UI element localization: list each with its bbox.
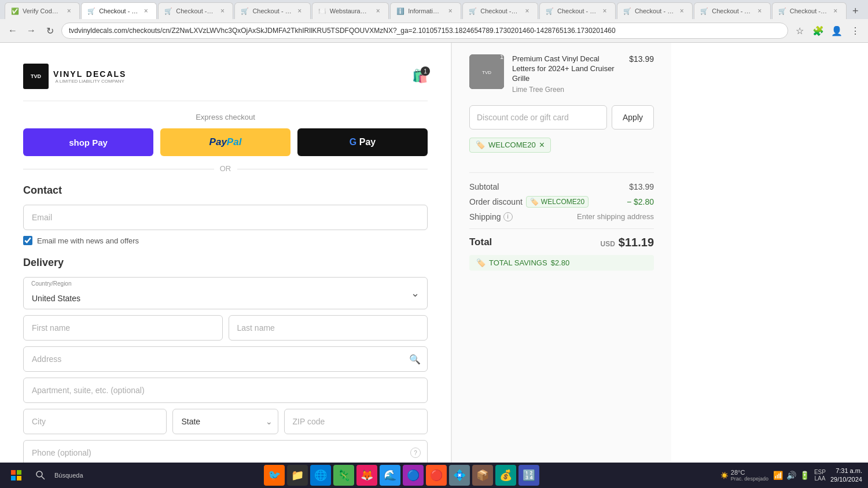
country-select[interactable]: United States [23, 277, 428, 309]
tab-8[interactable]: 🛒 Checkout - leg × [539, 2, 616, 19]
shipping-info-icon[interactable]: i [503, 212, 513, 221]
tab-9-favicon: 🛒 [623, 8, 631, 15]
coupon-tag: 🏷️ WELCOME20 × [469, 138, 551, 153]
search-taskbar-label: Búsqueda [54, 472, 83, 479]
address-bar[interactable] [61, 23, 788, 39]
google-pay-button[interactable]: G Pay [297, 128, 428, 156]
clock-time: 7:31 a.m. [830, 467, 862, 475]
sound-icon[interactable]: 🔊 [786, 471, 796, 480]
tab-1[interactable]: ✅ Verify Codes - × [5, 2, 80, 19]
shop-pay-button[interactable]: shop Pay [23, 128, 153, 156]
battery-icon[interactable]: 🔋 [800, 471, 810, 480]
tab-8-close[interactable]: × [600, 6, 609, 16]
taskbar-app-11[interactable]: 💰 [495, 465, 516, 486]
email-opt-in-checkbox[interactable] [23, 236, 32, 245]
tab-7-title: Checkout - Su [480, 8, 519, 14]
tab-3-title: Checkout - Au [176, 8, 214, 14]
taskbar-app-2[interactable]: 📁 [287, 465, 308, 486]
zip-field[interactable] [284, 409, 428, 434]
phone-field[interactable] [23, 440, 428, 465]
tab-5[interactable]: 🍽️ WebstaurantSt × [312, 2, 389, 19]
tab-3-close[interactable]: × [218, 6, 227, 16]
last-name-field[interactable] [229, 315, 428, 341]
tab-2[interactable]: 🛒 Checkout - TV × [81, 2, 157, 19]
tab-7[interactable]: 🛒 Checkout - Su × [462, 2, 538, 19]
taskbar-app-8[interactable]: 🔴 [426, 465, 447, 486]
tab-4[interactable]: 🛒 Checkout - JO × [234, 2, 310, 19]
discount-apply-button[interactable]: Apply [612, 105, 654, 130]
taskbar-app-7[interactable]: 🔵 [403, 465, 424, 486]
taskbar-app-9[interactable]: 💠 [449, 465, 470, 486]
taskbar-app-6[interactable]: 🌊 [380, 465, 400, 486]
tab-10[interactable]: 🛒 Checkout - AO × [694, 2, 771, 19]
taskbar: Búsqueda 🐦 📁 🌐 🦎 🦊 🌊 🔵 🔴 💠 📦 💰 🔢 ☀️ 28°C… [0, 463, 868, 488]
back-button[interactable]: ← [5, 23, 21, 39]
extensions-button[interactable]: 🧩 [810, 23, 826, 39]
country-group: Country/Region United States ⌄ [23, 277, 428, 309]
state-select[interactable]: State [172, 409, 278, 434]
tab-2-close[interactable]: × [141, 6, 150, 16]
email-field[interactable] [23, 205, 428, 230]
tab-1-close[interactable]: × [64, 6, 73, 16]
tab-1-title: Verify Codes - [23, 8, 61, 14]
taskbar-app-5[interactable]: 🦊 [356, 465, 377, 486]
tab-5-close[interactable]: × [373, 6, 382, 16]
tab-11-title: Checkout - Ur [790, 8, 827, 14]
taskbar-app-10[interactable]: 📦 [472, 465, 493, 486]
windows-start-button[interactable] [6, 465, 27, 486]
svg-text:TVD: TVD [31, 73, 42, 79]
site-header: TVD VINYL DECALS A LIMITED LIABILITY COM… [23, 54, 428, 101]
tab-7-close[interactable]: × [523, 6, 532, 16]
discount-input[interactable] [469, 105, 607, 130]
discount-label-group: Order discount 🏷️ WELCOME20 [469, 196, 589, 208]
paypal-button[interactable]: PayPal [160, 128, 290, 156]
subtotal-line: Subtotal $13.99 [469, 182, 654, 191]
refresh-button[interactable]: ↻ [42, 23, 58, 39]
svg-line-9 [42, 476, 45, 479]
tab-10-close[interactable]: × [755, 6, 764, 16]
svg-rect-6 [11, 476, 16, 480]
cart-button[interactable]: 🛍️ 1 [412, 69, 428, 84]
menu-button[interactable]: ⋮ [847, 23, 863, 39]
phone-help-icon[interactable]: ? [410, 448, 421, 458]
svg-text:TVD: TVD [482, 70, 491, 75]
google-pay-label: G Pay [350, 137, 376, 147]
tab-9[interactable]: 🛒 Checkout - Nu × [617, 2, 693, 19]
bookmark-button[interactable]: ☆ [792, 23, 808, 39]
taskbar-app-12[interactable]: 🔢 [518, 465, 539, 486]
product-name: Premium Cast Vinyl Decal Letters for 202… [512, 54, 621, 84]
tab-3-favicon: 🛒 [164, 8, 172, 15]
profile-button[interactable]: 👤 [829, 23, 845, 39]
tab-9-close[interactable]: × [677, 6, 686, 16]
coupon-remove-button[interactable]: × [539, 141, 545, 150]
tab-6-title: Information - [408, 8, 442, 14]
apt-field[interactable] [23, 378, 428, 403]
notification-area: 📶 🔊 🔋 [773, 471, 810, 480]
taskbar-app-4[interactable]: 🦎 [333, 465, 354, 486]
tab-7-favicon: 🛒 [469, 8, 477, 15]
discount-row: Apply [469, 105, 654, 130]
tab-4-close[interactable]: × [295, 6, 304, 16]
forward-button[interactable]: → [23, 23, 39, 39]
discount-code-inline: WELCOME20 [541, 198, 584, 206]
shop-pay-label: shop Pay [69, 138, 108, 147]
tab-11-close[interactable]: × [831, 6, 840, 16]
city-field[interactable] [23, 409, 167, 434]
network-icon[interactable]: 📶 [773, 471, 783, 480]
tab-11[interactable]: 🛒 Checkout - Ur × [772, 2, 847, 19]
taskbar-app-1[interactable]: 🐦 [264, 465, 285, 486]
tab-6[interactable]: ℹ️ Information - × [390, 2, 461, 19]
new-tab-button[interactable]: + [848, 3, 863, 19]
taskbar-left: Búsqueda [6, 465, 83, 486]
savings-icon: 🏷️ [476, 258, 486, 267]
taskbar-app-3[interactable]: 🌐 [310, 465, 331, 486]
tab-6-close[interactable]: × [446, 6, 455, 16]
tab-3[interactable]: 🛒 Checkout - Au × [158, 2, 233, 19]
search-taskbar-button[interactable] [30, 465, 51, 486]
search-taskbar-icon [35, 470, 46, 480]
express-checkout-label: Express checkout [23, 113, 428, 121]
state-group: State ⌄ [172, 409, 278, 434]
address-field[interactable] [23, 346, 428, 372]
first-name-field[interactable] [23, 315, 223, 341]
svg-point-8 [36, 471, 42, 477]
